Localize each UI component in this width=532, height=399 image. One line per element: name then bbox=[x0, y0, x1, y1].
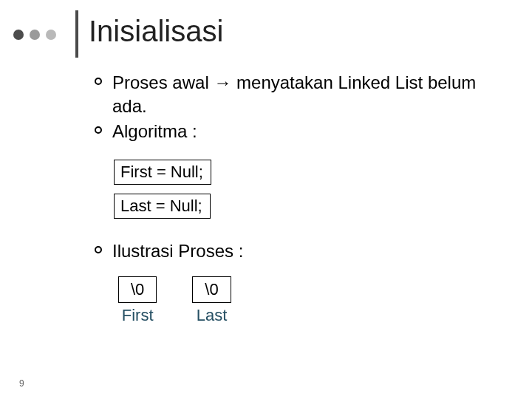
null-box: \0 bbox=[118, 276, 157, 303]
dot-icon bbox=[30, 30, 40, 40]
bullet-text: Algoritma : bbox=[112, 120, 197, 143]
bullet-item: Algoritma : bbox=[95, 120, 502, 143]
bullet-icon bbox=[95, 126, 102, 134]
decorative-dots bbox=[13, 30, 56, 40]
bullet-item: Proses awal → menyatakan Linked List bel… bbox=[95, 71, 502, 118]
illustration-last: \0 Last bbox=[192, 276, 231, 325]
null-box: \0 bbox=[192, 276, 231, 303]
illustration-row: \0 First \0 Last bbox=[118, 276, 502, 325]
slide: Inisialisasi Proses awal → menyatakan Li… bbox=[0, 0, 532, 399]
vertical-divider bbox=[75, 10, 78, 58]
illustration-label: First bbox=[122, 306, 154, 325]
dot-icon bbox=[46, 30, 56, 40]
slide-title: Inisialisasi bbox=[89, 15, 223, 48]
bullet-icon bbox=[95, 78, 102, 85]
page-number: 9 bbox=[19, 378, 24, 389]
dot-icon bbox=[13, 30, 24, 40]
bullet-item: Ilustrasi Proses : bbox=[95, 239, 502, 263]
bullet-text: Ilustrasi Proses : bbox=[112, 239, 243, 263]
slide-content: Proses awal → menyatakan Linked List bel… bbox=[95, 71, 502, 325]
code-line: Last = Null; bbox=[114, 194, 211, 219]
code-line: First = Null; bbox=[114, 160, 211, 185]
illustration-label: Last bbox=[197, 306, 228, 325]
illustration-first: \0 First bbox=[118, 276, 157, 325]
code-block: First = Null; Last = Null; bbox=[114, 160, 502, 228]
bullet-text: Proses awal → menyatakan Linked List bel… bbox=[112, 71, 502, 118]
bullet-icon bbox=[95, 246, 102, 253]
